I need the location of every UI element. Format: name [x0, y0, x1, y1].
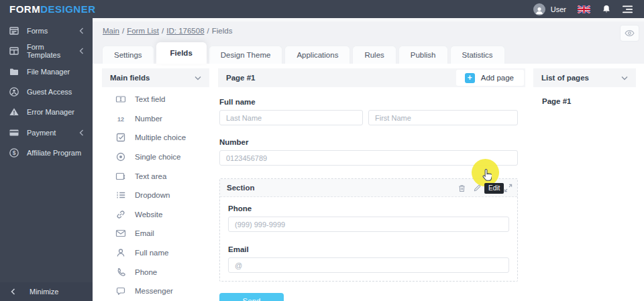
last-name-input[interactable] [219, 110, 363, 125]
field-type-label: Phone [135, 268, 157, 276]
form-templates-icon [9, 46, 19, 56]
expand-fullscreen-icon [504, 184, 513, 192]
sidebar-item-guest-access[interactable]: Guest Access [0, 82, 93, 102]
number-field-label: Number [219, 138, 518, 146]
breadcrumb-link-main[interactable]: Main [103, 27, 119, 35]
field-type-messenger[interactable]: Messenger [102, 282, 209, 301]
field-type-dropdown[interactable]: Dropdown [102, 186, 209, 205]
section-header: Section [220, 179, 517, 197]
number-icon: 12 [115, 113, 126, 124]
breadcrumb-separator: / [122, 27, 124, 35]
field-type-email[interactable]: Email [102, 224, 209, 243]
formdesigner-app: FORMDESIGNER User Forms For [0, 0, 644, 301]
plus-icon: + [465, 73, 475, 83]
section-label: Section [227, 184, 255, 192]
field-type-label: Single choice [135, 153, 180, 161]
edit-section-button[interactable] [472, 182, 483, 194]
pencil-edit-icon [473, 184, 482, 192]
tab-publish[interactable]: Publish [398, 46, 448, 64]
logo-part2: DESIGNER [40, 3, 95, 15]
payment-icon [9, 127, 19, 138]
hamburger-menu-icon[interactable] [623, 5, 633, 13]
page-panel: Page #1 + Add page Full name Number Sect… [218, 68, 525, 301]
field-type-phone[interactable]: Phone [102, 262, 209, 282]
sidebar-item-affiliate-program[interactable]: $ Affiliate Program [0, 143, 93, 163]
expand-section-button[interactable] [502, 182, 514, 194]
sidebar: Forms Form Templates File Manager Guest … [0, 18, 93, 301]
full-name-field-label: Full name [219, 98, 518, 106]
breadcrumb-link-form-list[interactable]: Form List [127, 27, 159, 35]
sidebar-item-file-manager[interactable]: File Manager [0, 62, 93, 82]
field-type-website[interactable]: Website [102, 205, 209, 225]
field-type-label: Multiple choice [135, 133, 186, 141]
eye-icon [625, 29, 635, 37]
field-type-label: Text field [135, 95, 165, 103]
email-icon [115, 228, 126, 239]
sidebar-item-forms[interactable]: Forms [0, 21, 93, 41]
sidebar-item-error-manager[interactable]: Error Manager [0, 102, 93, 122]
sidebar-item-label: File Manager [27, 68, 70, 76]
field-type-label: Text area [135, 172, 166, 180]
list-of-pages-panel: List of pages Page #1 [533, 68, 636, 105]
breadcrumb-separator: / [207, 27, 209, 35]
list-of-pages-title: List of pages [541, 74, 589, 82]
breadcrumb: Main/Form List/ID: 176508/Fields [103, 27, 232, 35]
preview-eye-button[interactable] [620, 25, 639, 42]
tab-rules[interactable]: Rules [352, 46, 396, 64]
sidebar-minimize-button[interactable]: Minimize [0, 282, 93, 301]
notifications-bell-icon[interactable] [602, 4, 611, 14]
field-type-single-choice[interactable]: Single choice [102, 147, 209, 167]
sidebar-item-label: Form Templates [27, 43, 79, 59]
language-flag-icon[interactable] [578, 5, 590, 13]
svg-text:$: $ [13, 149, 16, 156]
user-icon [534, 5, 545, 15]
sidebar-item-label: Error Manager [27, 108, 74, 116]
forms-icon [9, 25, 19, 36]
sidebar-item-form-templates[interactable]: Form Templates [0, 41, 93, 61]
first-name-input[interactable] [368, 110, 518, 125]
tab-settings[interactable]: Settings [102, 46, 154, 64]
sidebar-item-label: Guest Access [27, 88, 72, 96]
section-body: Phone Email [220, 204, 517, 281]
chevron-down-icon [621, 76, 628, 80]
edit-tooltip: Edit [484, 183, 504, 194]
breadcrumb-link-form-id[interactable]: ID: 176508 [166, 27, 204, 35]
app-logo[interactable]: FORMDESIGNER [9, 3, 96, 15]
pages-list: Page #1 [533, 87, 636, 105]
single-choice-icon [115, 152, 126, 162]
field-type-text-area[interactable]: Text area [102, 166, 209, 186]
form-canvas: Full name Number Section [218, 98, 525, 301]
phone-input[interactable] [228, 217, 509, 232]
send-button[interactable]: Send [219, 293, 284, 301]
svg-text:12: 12 [117, 115, 124, 122]
email-input[interactable] [228, 257, 509, 273]
field-type-label: Full name [135, 249, 169, 257]
user-menu-label[interactable]: User [551, 5, 566, 13]
tab-applications[interactable]: Applications [284, 46, 350, 64]
field-type-full-name[interactable]: Full name [102, 243, 209, 263]
top-header: FORMDESIGNER User [0, 0, 644, 18]
page-header: Page #1 + Add page [218, 68, 525, 87]
tab-design-theme[interactable]: Design Theme [209, 46, 283, 64]
field-type-label: Messenger [135, 287, 173, 295]
tab-statistics[interactable]: Statistics [450, 46, 505, 64]
tab-fields[interactable]: Fields [156, 42, 207, 64]
text-field-icon [115, 94, 126, 105]
multiple-choice-icon [115, 132, 126, 143]
chevron-left-icon [79, 48, 84, 54]
list-of-pages-header[interactable]: List of pages [533, 68, 636, 87]
sidebar-item-label: Payment [27, 129, 56, 137]
number-input[interactable] [219, 150, 518, 166]
sidebar-item-payment[interactable]: Payment [0, 122, 93, 142]
field-type-text-field[interactable]: Text field [102, 90, 209, 109]
delete-section-button[interactable] [456, 182, 468, 194]
add-page-button[interactable]: + Add page [456, 70, 524, 86]
topbar-right: User [533, 3, 644, 15]
avatar[interactable] [533, 3, 545, 15]
field-type-number[interactable]: 12 Number [102, 109, 209, 129]
main-fields-header[interactable]: Main fields [102, 68, 209, 87]
section-block[interactable]: Section [219, 178, 518, 282]
website-icon [115, 209, 126, 220]
page-list-item[interactable]: Page #1 [542, 97, 627, 105]
field-type-multiple-choice[interactable]: Multiple choice [102, 128, 209, 147]
